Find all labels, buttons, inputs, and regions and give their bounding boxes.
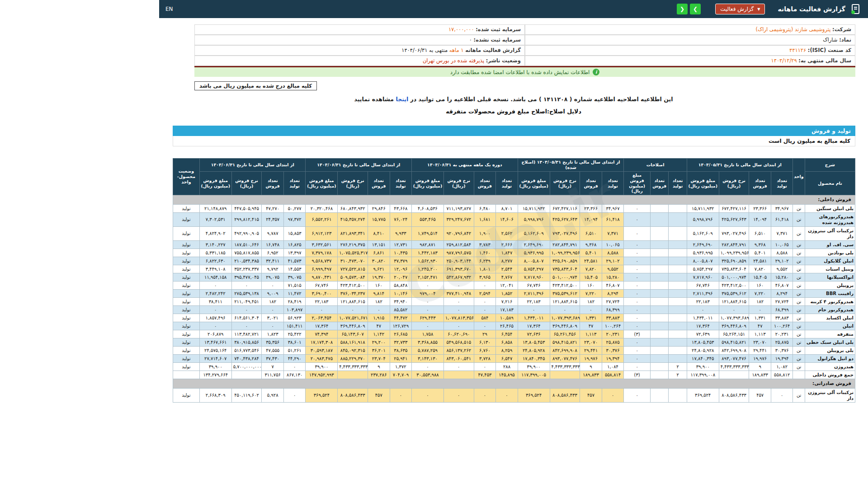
symbol-label: نماد: [839,37,851,43]
value-cell [650,305,668,314]
value-cell: ۱۸۹,۸۳۳ [580,371,602,379]
value-cell: ۱۷,۳۶۴ [306,322,338,330]
language-toggle[interactable]: EN [165,6,173,12]
value-cell: ۹۷,۳۷۲ [283,212,306,226]
value-cell [669,314,687,322]
value-cell: ۷,۸۲۰ [749,265,771,273]
value-cell: ۵,۹۲۸ [262,388,284,402]
product-name-cell: هیدروکربور ۴ کربنه [805,297,855,305]
section-row: فروش داخلی: [173,195,855,205]
value-cell: ۱۵,۷۱۱,۹۳۲ [687,204,719,212]
capital-value: ۱۷,۰۰۰,۰۰۰ [448,26,474,33]
status-cell: تولید [173,388,200,402]
value-cell: ۵,۷۸۷,۲۵۹ [412,346,444,354]
value-cell: ۱۱۳,۴۸۲,۷۲۱ [231,330,262,338]
value-cell [650,257,668,265]
value-cell: ۵۴۹,۵۶۸,۵۱۵ [443,338,474,346]
column-header: نرخ فروش (ریال) [231,171,262,195]
value-cell: ۲۶,۴۶۵ [496,322,518,330]
value-cell: ۰ [624,322,651,330]
unit-cell: تن [793,314,805,322]
value-cell: ۱,۰۷۵,۵۲۵,۳۱۷ [338,249,368,257]
next-announcement-button[interactable]: ❯ [690,4,701,14]
status-cell: تولید [173,330,200,338]
value-cell: ۱,۰۷۷,۸۱۳,۳۵۶ [443,314,474,322]
section-label: فروش داخلی: [173,195,855,205]
value-cell: ۷,۳۷۱ [771,226,793,240]
value-cell: ۲۹,۸۴۶ [368,204,390,212]
value-cell: ۱۱۷,۳۹۹,۰۰۸ [687,371,719,379]
value-cell: ۲۲,۱۸۳ [518,297,550,305]
value-cell: ۳۳,۸۸۳ [771,314,793,322]
value-cell: ۵,۹۳۶,۹۹۵ [518,249,550,257]
value-cell: ۸۰۸,۵۸۶,۴۳۳ [338,388,368,402]
value-cell: ۱۲۱,۸۸۴,۶۱۵ [719,297,749,305]
column-header: تعداد تولید [602,171,624,195]
amendment-suffix: مشاهده نمایید [354,96,394,103]
value-cell: ۵,۹۳۶,۹۹۵ [687,249,719,257]
report-type-select[interactable]: ▼ گزارش فعالیت [715,4,765,14]
value-cell: ۲۷,۷۱۴,۶۰۷ [199,354,231,362]
value-cell: ۴,۸۲۴,۹۰۲ [199,226,231,240]
value-cell: ۲۹ [474,330,496,338]
value-cell: ۶,۵۱۰ [580,226,602,240]
value-cell: ۱۸۲ [262,297,284,305]
value-cell: ۱۹,۳۷۰ [368,273,390,281]
unit-cell [793,371,805,379]
value-cell [650,289,668,297]
value-cell: ۵۸۸,۱۶۱,۹۱۸ [338,338,368,346]
value-cell [650,240,668,249]
value-cell: ۰ [443,362,474,371]
product-name-cell: هیدروکربورهای هیدروژنه شده [805,212,855,226]
registered-capital-field: سرمایه ثبت شده: ۱۷,۰۰۰,۰۰۰ [194,24,525,35]
value-cell: ۲۹۹,۸۱۲,۴۱۵ [231,212,262,226]
value-cell [669,204,687,212]
value-cell: ۳,۴۴۹,۱۰۸ [199,265,231,273]
value-cell: ۱۳,۳۹۷ [283,249,306,257]
value-cell: ۱۶۰ [368,281,390,289]
value-cell: ۸۲۱,۸۹۳,۳۴۱ [338,226,368,240]
value-cell: ۳۵,۳۵۶ [262,338,284,346]
fiscal-year-field: سال مالی منتهی به: ۱۴۰۴/۱۲/۲۹ [525,56,855,66]
value-cell: ۱۲,۷۳۱ [390,240,412,249]
value-cell: ۳,۰۲۱ [262,314,284,322]
value-cell: ۰ [719,305,749,314]
column-header: مبلغ فروش (میلیون ریال) [687,171,719,195]
status-cell: تولید [173,273,200,281]
value-cell: ۵۰۱,۰۰۰,۹۷۴ [550,273,580,281]
value-cell: ۵۸۴ [474,314,496,322]
value-cell: ۳۹,۰۷۵ [283,273,306,281]
value-cell: ۷,۲۲۰ [749,289,771,297]
table-row: وینیل استاتتن۹,۵۵۲۷,۸۲۰۷۳۵,۸۴۳,۶۰۴۵,۷۵۴,… [173,265,855,273]
column-header: نرخ فروش (ریال) [443,171,474,195]
previous-version-link[interactable]: اینجا [396,96,408,103]
value-cell [650,362,668,371]
value-cell: ۹۸۷,۷۹۶,۵۷۵ [443,249,474,257]
unit-cell: تن [793,257,805,265]
value-cell [650,354,668,362]
value-cell: ۷۲۷,۵۲۲,۸۱۵ [338,265,368,273]
value-cell: ۰ [474,281,496,289]
value-cell [650,273,668,281]
value-cell: ۶۸۰,۸۴۳,۹۳۲ [338,204,368,212]
value-cell: ۱۰۰,۲۶۴ [602,322,624,330]
value-cell: ۴۷ [749,322,771,330]
value-cell [669,388,687,402]
value-cell: ۴۲۵,۶۲۷,۶۴۳ [550,212,580,226]
value-cell [669,354,687,362]
table-row: پلی اتیلن سنگینتن۳۴,۹۶۷۲۳,۳۶۶۶۷۲,۴۲۷,۱۱۶… [173,204,855,212]
value-cell: ۳۷۵,۵۳۹,۶۱۲ [719,289,749,297]
value-cell: ۹,۷۹۲ [262,265,284,273]
value-cell: ۲۹,۰۷۵ [262,273,284,281]
value-cell: ۱۶۰ [749,281,771,289]
prev-announcement-button[interactable]: ❮ [677,4,688,14]
value-cell: ۰ [624,362,651,371]
value-cell: ۱۲,۰۴۱ [496,281,518,289]
value-cell: ۶۵,۲۶۴,۱۵۱ [719,330,749,338]
isic-label: کد صنعت (ISIC): [808,47,851,53]
value-cell: ۷۲,۶۳۶ [518,330,550,338]
value-cell: ۱۳,۸۰۵,۴۵۳ [518,338,550,346]
product-name-cell: ترکیبات آلی نیتروژن دار [805,226,855,240]
column-header: وضعیت محصول-واحد [173,159,200,195]
value-cell: ۲۷۵,۵۳۹,۱۳۸ [231,289,262,297]
